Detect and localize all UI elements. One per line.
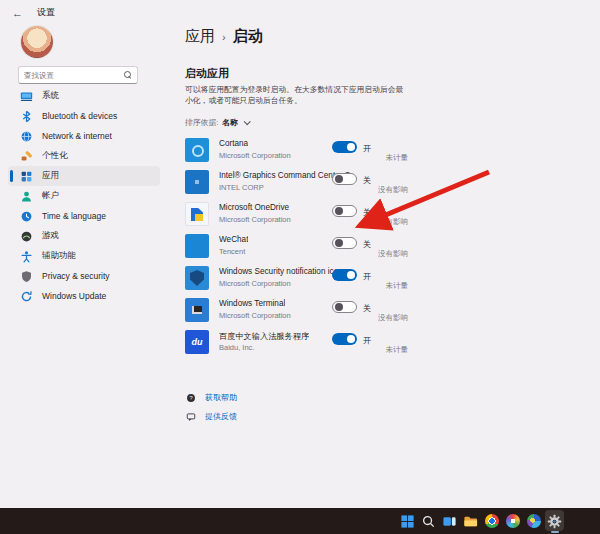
sidebar-item-label: 应用: [42, 170, 59, 182]
startup-app-row: Windows Terminal Microsoft Corporation 关…: [185, 296, 411, 328]
startup-app-row: Windows Security notification icon Micro…: [185, 264, 411, 296]
app-publisher: Microsoft Corporation: [219, 151, 291, 160]
sidebar-item-bluetooth[interactable]: Bluetooth & devices: [8, 106, 160, 126]
startup-impact-label: 没有影响: [378, 249, 408, 259]
section-title: 启动应用: [185, 66, 229, 81]
sidebar-item-label: 系统: [42, 90, 59, 102]
taskbar-photos-button[interactable]: [523, 508, 544, 534]
search-input[interactable]: [24, 71, 124, 80]
feedback-icon: [186, 412, 196, 422]
wechat-app-icon: [185, 234, 209, 258]
footer-link-label: 获取帮助: [205, 392, 237, 403]
app-publisher: Baidu, Inc.: [219, 343, 254, 352]
app-name: Windows Terminal: [219, 299, 285, 308]
sidebar-item-label: 游戏: [42, 230, 59, 242]
taskbar-chrome-button[interactable]: [481, 508, 502, 534]
back-icon[interactable]: ←: [12, 7, 23, 19]
app-name: Cortana: [219, 139, 248, 148]
startup-app-row: Microsoft OneDrive Microsoft Corporation…: [185, 200, 411, 232]
clock-icon: [20, 210, 33, 223]
sidebar-item-accessibility[interactable]: 辅助功能: [8, 246, 160, 266]
taskbar-file-explorer-button[interactable]: [460, 508, 481, 534]
toggle-state-label: 开: [363, 271, 371, 282]
search-icon: [421, 514, 436, 529]
breadcrumb-separator: ›: [222, 31, 226, 43]
sidebar-item-time-language[interactable]: Time & language: [8, 206, 160, 226]
toggle-state-label: 关: [363, 207, 371, 218]
startup-toggle[interactable]: [332, 301, 357, 313]
toggle-state-label: 开: [363, 143, 371, 154]
app-publisher: Microsoft Corporation: [219, 311, 291, 320]
start-icon: [400, 514, 415, 529]
startup-app-row: Cortana Microsoft Corporation 开 未计量: [185, 136, 411, 168]
sidebar-item-personalization[interactable]: 个性化: [8, 146, 160, 166]
startup-toggle[interactable]: [332, 237, 357, 249]
breadcrumb-apps[interactable]: 应用: [185, 27, 215, 46]
chevron-down-icon: [244, 118, 251, 125]
startup-toggle[interactable]: [332, 141, 357, 153]
startup-app-row: Intel® Graphics Command Center S... INTE…: [185, 168, 411, 200]
sidebar-item-label: 个性化: [42, 150, 68, 162]
taskbar: [0, 508, 600, 534]
breadcrumb: 应用 › 启动: [185, 27, 263, 46]
baidu-app-icon: du: [185, 330, 209, 354]
footer-links: ? 获取帮助 提供反馈: [186, 388, 237, 426]
toggle-state-label: 开: [363, 335, 371, 346]
apps-icon: [20, 170, 33, 183]
sort-value: 名称: [222, 117, 238, 128]
sidebar-item-system[interactable]: 系统: [8, 86, 160, 106]
app-name: WeChat: [219, 235, 248, 244]
sidebar-item-network[interactable]: Network & internet: [8, 126, 160, 146]
terminal-app-icon: [185, 298, 209, 322]
sidebar-item-apps[interactable]: 应用: [8, 166, 160, 186]
cortana-app-icon: [185, 138, 209, 162]
task-view-icon: [442, 514, 457, 529]
settings-search-box[interactable]: [18, 66, 138, 84]
get-help-link[interactable]: ? 获取帮助: [186, 388, 237, 407]
startup-description: 可以将应用配置为登录时启动。在大多数情况下应用启动后会最小化，或者可能只启动后台…: [185, 84, 411, 106]
startup-impact-label: 未计量: [386, 345, 409, 355]
startup-app-row: WeChat Tencent 关 没有影响: [185, 232, 411, 264]
gamepad-icon: [20, 230, 33, 243]
help-icon: ?: [186, 393, 196, 403]
sidebar-item-label: Privacy & security: [42, 271, 110, 281]
bluetooth-icon: [20, 110, 33, 123]
footer-link-label: 提供反馈: [205, 411, 237, 422]
sidebar-nav: 系统 Bluetooth & devices Network & interne…: [8, 86, 160, 306]
startup-toggle[interactable]: [332, 173, 357, 185]
startup-impact-label: 没有影响: [378, 185, 408, 195]
taskbar-settings-button[interactable]: [544, 508, 565, 534]
taskbar-start-button[interactable]: [397, 508, 418, 534]
sidebar-item-label: 辅助功能: [42, 250, 76, 262]
user-avatar[interactable]: [21, 26, 53, 58]
svg-text:?: ?: [189, 394, 192, 400]
sidebar-item-label: Windows Update: [42, 291, 106, 301]
startup-toggle[interactable]: [332, 333, 357, 345]
chrome-icon: [484, 514, 499, 529]
sort-dropdown[interactable]: 排序依据: 名称: [185, 117, 249, 128]
taskbar-search-button[interactable]: [418, 508, 439, 534]
taskbar-task-view-button[interactable]: [439, 508, 460, 534]
sidebar-item-gaming[interactable]: 游戏: [8, 226, 160, 246]
intel-app-icon: [185, 170, 209, 194]
taskbar-icons: [397, 508, 565, 534]
give-feedback-link[interactable]: 提供反馈: [186, 407, 237, 426]
file-explorer-icon: [463, 514, 478, 529]
personalization-icon: [20, 150, 33, 163]
sidebar-item-privacy[interactable]: Privacy & security: [8, 266, 160, 286]
app-name: Windows Security notification icon: [219, 267, 343, 276]
startup-toggle[interactable]: [332, 269, 357, 281]
toggle-state-label: 关: [363, 239, 371, 250]
toggle-state-label: 关: [363, 303, 371, 314]
sidebar-item-accounts[interactable]: 帐户: [8, 186, 160, 206]
sidebar-item-label: Time & language: [42, 211, 106, 221]
accessibility-icon: [20, 250, 33, 263]
app-name: Microsoft OneDrive: [219, 203, 289, 212]
taskbar-edge-button[interactable]: [502, 508, 523, 534]
sidebar-item-windows-update[interactable]: Windows Update: [8, 286, 160, 306]
startup-toggle[interactable]: [332, 205, 357, 217]
accounts-icon: [20, 190, 33, 203]
gear-icon: [547, 514, 562, 529]
sort-label: 排序依据:: [185, 117, 218, 128]
winsec-app-icon: [185, 266, 209, 290]
